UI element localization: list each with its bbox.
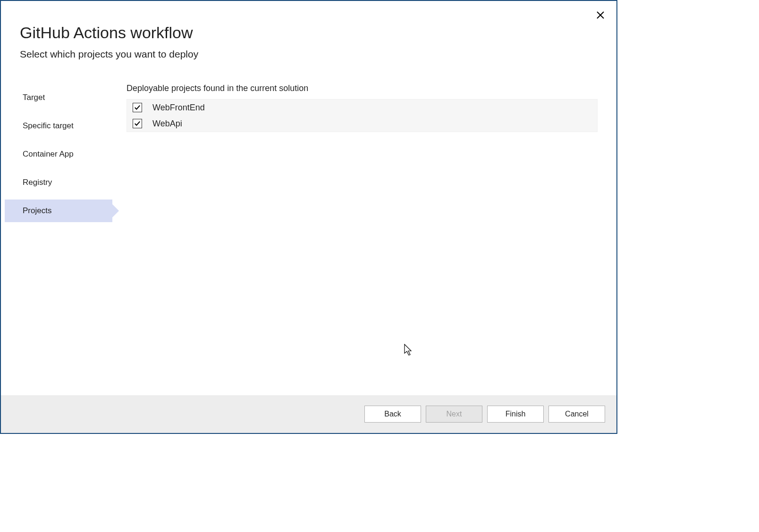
sidebar-item-label: Specific target	[23, 121, 74, 130]
projects-list: WebFrontEnd WebApi	[126, 99, 598, 132]
finish-button[interactable]: Finish	[487, 406, 544, 423]
wizard-sidebar: Target Specific target Container App Reg…	[5, 83, 112, 395]
projects-list-label: Deployable projects found in the current…	[126, 83, 598, 93]
project-name: WebApi	[152, 119, 182, 129]
project-row[interactable]: WebApi	[127, 116, 597, 132]
sidebar-item-label: Registry	[23, 178, 52, 187]
project-checkbox-webfrontend[interactable]	[133, 103, 142, 112]
sidebar-item-target[interactable]: Target	[5, 86, 112, 109]
checkmark-icon	[134, 104, 141, 111]
dialog-main: Target Specific target Container App Reg…	[1, 69, 616, 395]
dialog-content: Deployable projects found in the current…	[112, 83, 598, 395]
sidebar-item-specific-target[interactable]: Specific target	[5, 115, 112, 137]
dialog-subtitle: Select which projects you want to deploy	[20, 49, 598, 60]
sidebar-item-container-app[interactable]: Container App	[5, 143, 112, 166]
sidebar-item-registry[interactable]: Registry	[5, 171, 112, 194]
close-icon	[597, 11, 604, 19]
back-button[interactable]: Back	[364, 406, 421, 423]
cancel-button[interactable]: Cancel	[548, 406, 605, 423]
dialog-footer: Back Next Finish Cancel	[1, 395, 616, 433]
project-row[interactable]: WebFrontEnd	[127, 100, 597, 116]
sidebar-item-label: Projects	[23, 206, 51, 215]
sidebar-item-label: Container App	[23, 150, 74, 158]
close-button[interactable]	[596, 10, 605, 20]
sidebar-item-projects[interactable]: Projects	[5, 200, 112, 222]
next-button: Next	[426, 406, 482, 423]
project-checkbox-webapi[interactable]	[133, 119, 142, 128]
sidebar-item-label: Target	[23, 93, 45, 102]
dialog-header: GitHub Actions workflow Select which pro…	[1, 1, 616, 69]
project-name: WebFrontEnd	[152, 103, 205, 113]
dialog-title: GitHub Actions workflow	[20, 24, 598, 42]
checkmark-icon	[134, 120, 141, 127]
